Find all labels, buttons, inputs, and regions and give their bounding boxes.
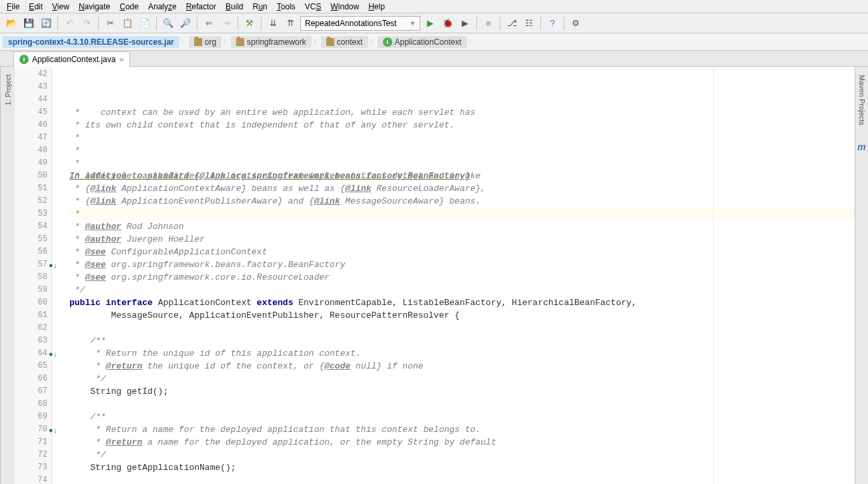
code-line[interactable]: /**: [69, 411, 855, 423]
menu-bar: File Edit View Navigate Code Analyze Ref…: [0, 0, 868, 13]
gutter-override-marker[interactable]: 70●↓: [16, 423, 47, 436]
code-line[interactable]: * Return a name for the deployed applica…: [69, 423, 855, 436]
chevron-right-icon: 〉: [468, 37, 476, 47]
breadcrumb-root[interactable]: spring-context-4.3.10.RELEASE-sources.ja…: [3, 36, 179, 48]
maven-m-icon[interactable]: m: [857, 142, 865, 152]
find-icon[interactable]: 🔍: [161, 16, 175, 31]
run-config-label: RepeatedAnnotationsTest: [305, 19, 396, 28]
undo-icon[interactable]: ↶: [62, 16, 77, 31]
menu-run[interactable]: Run: [249, 1, 272, 12]
code-line[interactable]: String getApplicationName();: [69, 461, 855, 474]
menu-view[interactable]: View: [48, 1, 73, 12]
interface-icon: I: [383, 37, 392, 47]
left-tool-stripe: 1: Project: [0, 67, 15, 484]
code-line[interactable]: MessageSource, ApplicationEventPublisher…: [69, 309, 855, 322]
right-tool-stripe: Maven Projects m: [855, 67, 868, 484]
code-line[interactable]: */: [69, 373, 855, 385]
breadcrumb-springframework[interactable]: springframework: [231, 36, 312, 48]
chevron-right-icon: 〉: [222, 37, 230, 47]
code-line[interactable]: * @author Juergen Hoeller: [69, 233, 855, 246]
breadcrumb-org[interactable]: org: [189, 36, 222, 48]
code-line[interactable]: String getId();: [69, 385, 855, 398]
tool-maven[interactable]: Maven Projects: [857, 72, 867, 128]
vcs-icon[interactable]: ⎇: [504, 16, 519, 31]
run-config-dropdown[interactable]: RepeatedAnnotationsTest ▼: [300, 16, 420, 31]
refresh-icon[interactable]: 🔄: [39, 16, 53, 31]
code-line[interactable]: * @see org.springframework.core.io.Resou…: [69, 271, 855, 284]
code-line[interactable]: *: [69, 144, 855, 157]
code-line[interactable]: * {@link ApplicationContextAware} beans …: [69, 182, 855, 195]
folder-icon: [194, 38, 202, 46]
code-line[interactable]: *: [69, 208, 855, 220]
maven-icon[interactable]: ⚙: [568, 16, 583, 31]
right-margin-guide: [713, 67, 714, 484]
line-gutter: 42434445464748495051525354555657●↓585960…: [15, 67, 52, 484]
code-line[interactable]: * {@link ApplicationEventPublisherAware}…: [69, 195, 855, 208]
forward-icon[interactable]: ⇒: [219, 16, 234, 31]
folder-icon: [326, 38, 334, 46]
stop-icon[interactable]: ■: [481, 16, 496, 31]
build-icon[interactable]: ⚒: [242, 16, 257, 31]
paste-icon[interactable]: 📄: [137, 16, 152, 31]
code-line[interactable]: * @see org.springframework.beans.factory…: [69, 258, 855, 271]
back-icon[interactable]: ⇐: [201, 16, 216, 31]
close-icon[interactable]: ✕: [119, 56, 124, 63]
code-line[interactable]: * lifecycle capabilities, ApplicationCon…: [69, 170, 855, 182]
code-line[interactable]: * @return a name for the deployed applic…: [69, 436, 855, 449]
chevron-right-icon: 〉: [180, 37, 188, 47]
code-line[interactable]: * @see ConfigurableApplicationContext: [69, 246, 855, 258]
run-icon[interactable]: ▶: [423, 16, 438, 31]
interface-icon: I: [19, 55, 29, 64]
replace-icon[interactable]: 🔎: [178, 16, 193, 31]
code-line[interactable]: * context can be used by an entire web a…: [69, 106, 855, 119]
code-editor[interactable]: 42434445464748495051525354555657●↓585960…: [15, 67, 855, 484]
breadcrumb-context[interactable]: context: [321, 36, 368, 48]
code-area[interactable]: * context can be used by an entire web a…: [52, 67, 855, 484]
cut-icon[interactable]: ✂: [103, 16, 117, 31]
code-line[interactable]: [69, 398, 855, 411]
menu-help[interactable]: Help: [364, 1, 389, 12]
help-icon[interactable]: ?: [545, 16, 560, 31]
menu-code[interactable]: Code: [115, 1, 143, 12]
structure-icon[interactable]: ☷: [522, 16, 536, 31]
menu-refactor[interactable]: Refactor: [182, 1, 220, 12]
redo-icon[interactable]: ↷: [79, 16, 94, 31]
gutter-override-marker[interactable]: 64●↓: [16, 347, 47, 360]
code-line[interactable]: */: [69, 449, 855, 461]
code-line[interactable]: * @return the unique id of the context, …: [69, 360, 855, 373]
code-line[interactable]: public interface ApplicationContext exte…: [69, 296, 855, 309]
menu-window[interactable]: Window: [326, 1, 363, 12]
code-line[interactable]: *: [69, 132, 855, 144]
editor-tabs: I ApplicationContext.java ✕: [0, 51, 868, 67]
toggledown-icon[interactable]: ⇊: [266, 16, 280, 31]
copy-icon[interactable]: 📋: [120, 16, 135, 31]
chevron-right-icon: 〉: [312, 37, 320, 47]
code-line[interactable]: * Return the unique id of this applicati…: [69, 347, 855, 360]
menu-analyze[interactable]: Analyze: [144, 1, 181, 12]
code-line[interactable]: [69, 322, 855, 334]
menu-tools[interactable]: Tools: [273, 1, 300, 12]
menu-navigate[interactable]: Navigate: [75, 1, 114, 12]
code-line[interactable]: */: [69, 284, 855, 296]
tab-applicationcontext[interactable]: I ApplicationContext.java ✕: [13, 51, 130, 67]
chevron-right-icon: 〉: [369, 37, 377, 47]
code-line[interactable]: * @author Rod Johnson: [69, 220, 855, 233]
tool-project[interactable]: 1: Project: [3, 72, 13, 108]
code-line[interactable]: * its own child context that is independ…: [69, 119, 855, 132]
code-line[interactable]: * In addition to standard {@link org.spr…: [69, 157, 855, 170]
debug-icon[interactable]: 🐞: [440, 16, 455, 31]
code-line[interactable]: /**: [69, 334, 855, 347]
toggleup-icon[interactable]: ⇈: [283, 16, 298, 31]
menu-edit[interactable]: Edit: [25, 1, 47, 12]
breadcrumb-class[interactable]: IApplicationContext: [378, 36, 467, 48]
tab-label: ApplicationContext.java: [32, 55, 115, 64]
menu-vcs[interactable]: VCS: [301, 1, 326, 12]
coverage-icon[interactable]: ▶: [458, 16, 472, 31]
code-line[interactable]: [69, 474, 855, 484]
save-icon[interactable]: 💾: [21, 16, 36, 31]
chevron-down-icon: ▼: [410, 20, 416, 27]
menu-file[interactable]: File: [3, 1, 23, 12]
open-icon[interactable]: 📂: [4, 16, 19, 31]
menu-build[interactable]: Build: [222, 1, 248, 12]
gutter-override-marker[interactable]: 57●↓: [16, 258, 47, 271]
